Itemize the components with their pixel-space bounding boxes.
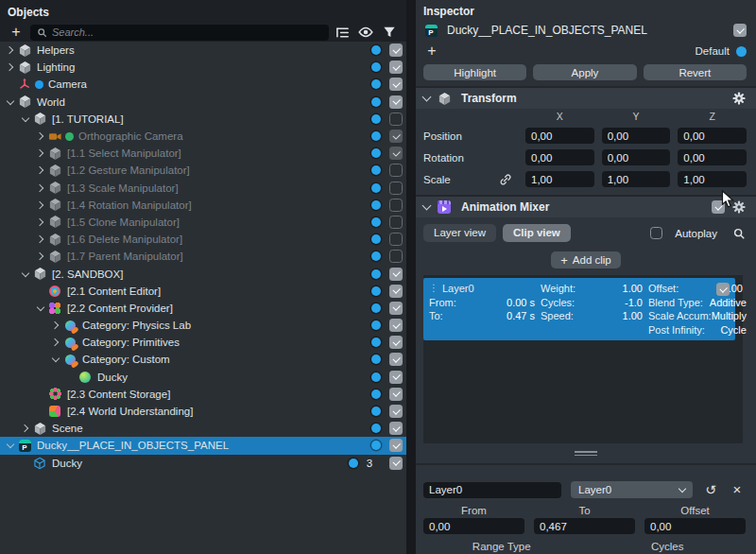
- chevron-down-icon[interactable]: [19, 268, 32, 281]
- transform-settings-gear-icon[interactable]: [731, 91, 747, 106]
- visibility-status-dot[interactable]: [371, 45, 381, 55]
- mixer-search-icon[interactable]: [731, 226, 747, 241]
- search-input[interactable]: [52, 26, 322, 38]
- visibility-status-dot[interactable]: [349, 459, 358, 468]
- visibility-status-dot[interactable]: [371, 338, 381, 347]
- close-icon[interactable]: ×: [729, 481, 746, 498]
- tree-row[interactable]: [1.5 Clone Manipulator]: [0, 214, 406, 231]
- chevron-down-icon[interactable]: [4, 95, 17, 109]
- tree-row[interactable]: [1.6 Delete Manipulator]: [0, 231, 406, 248]
- tree-row[interactable]: [1.7 Parent Manipulator]: [0, 248, 406, 265]
- tree-row[interactable]: Helpers: [0, 42, 406, 59]
- tree-item-checkbox[interactable]: [389, 78, 403, 91]
- hierarchy-icon[interactable]: [335, 25, 350, 40]
- tree-row[interactable]: [2.3 Content Storage]: [0, 386, 406, 403]
- tree-row[interactable]: [1.3 Scale Manipulator]: [0, 180, 406, 197]
- tree-item-checkbox[interactable]: [389, 422, 403, 435]
- tree-item-checkbox[interactable]: [389, 371, 403, 384]
- object-enabled-checkbox[interactable]: [733, 24, 747, 37]
- visibility-status-dot[interactable]: [371, 355, 381, 364]
- visibility-status-dot[interactable]: [371, 390, 381, 399]
- chevron-right-icon[interactable]: [34, 164, 47, 177]
- filter-icon[interactable]: [382, 25, 397, 40]
- chevron-right-icon[interactable]: [4, 61, 17, 74]
- autoplay-checkbox[interactable]: [650, 227, 662, 239]
- clip-card-layer0[interactable]: ⋮ Layer0 From:0.00 sTo:0.47 s Weight:1.0…: [423, 278, 735, 340]
- chevron-right-icon[interactable]: [4, 43, 17, 57]
- tree-row[interactable]: [1.2 Gesture Manipulator]: [0, 162, 406, 179]
- tree-row[interactable]: Category: Physics Lab: [0, 317, 406, 334]
- tree-item-checkbox[interactable]: [389, 319, 403, 332]
- visibility-status-dot[interactable]: [371, 286, 381, 296]
- tree-item-checkbox[interactable]: [389, 250, 403, 263]
- visibility-status-dot[interactable]: [371, 97, 381, 107]
- visibility-status-dot[interactable]: [371, 148, 381, 158]
- transform-position-y-input[interactable]: [602, 128, 671, 144]
- visibility-status-dot[interactable]: [371, 372, 381, 382]
- tree-item-checkbox[interactable]: [389, 268, 403, 281]
- splitter-drag-handle[interactable]: [575, 449, 597, 458]
- tree-item-checkbox[interactable]: [389, 216, 403, 229]
- tree-row[interactable]: Ducky: [0, 369, 406, 386]
- visibility-status-dot[interactable]: [371, 269, 381, 279]
- tree-row[interactable]: Orthographic Camera: [0, 128, 406, 145]
- tree-row[interactable]: [1.1 Select Manipulator]: [0, 145, 406, 162]
- tree-row[interactable]: Ducky3: [0, 455, 406, 472]
- tree-item-checkbox[interactable]: [389, 388, 403, 401]
- visibility-status-dot[interactable]: [371, 320, 381, 330]
- tree-item-checkbox[interactable]: [389, 302, 403, 315]
- transform-scale-x-input[interactable]: [525, 171, 594, 187]
- animation-mixer-header[interactable]: Animation Mixer: [416, 197, 756, 217]
- tree-row[interactable]: [1.4 Rotation Manipulator]: [0, 197, 406, 214]
- search-box[interactable]: [30, 25, 329, 41]
- chevron-down-icon[interactable]: [19, 113, 32, 126]
- tree-item-checkbox[interactable]: [389, 285, 403, 298]
- tree-item-checkbox[interactable]: [389, 233, 403, 246]
- chevron-right-icon[interactable]: [34, 199, 47, 212]
- chevron-down-icon[interactable]: [49, 353, 62, 366]
- tree-row[interactable]: [2.1 Content Editor]: [0, 283, 406, 300]
- tree-row[interactable]: [2.4 World Understanding]: [0, 403, 406, 420]
- tree-item-checkbox[interactable]: [389, 164, 403, 177]
- eye-icon[interactable]: [358, 25, 373, 40]
- visibility-status-dot[interactable]: [371, 62, 381, 72]
- tree-item-checkbox[interactable]: [389, 113, 403, 126]
- tree-item-checkbox[interactable]: [389, 182, 403, 195]
- transform-scale-y-input[interactable]: [602, 171, 671, 187]
- tree-item-checkbox[interactable]: [389, 439, 403, 452]
- apply-button[interactable]: Apply: [533, 64, 636, 80]
- tree-item-checkbox[interactable]: [389, 405, 403, 418]
- tree-item-checkbox[interactable]: [389, 336, 403, 349]
- chevron-right-icon[interactable]: [34, 216, 47, 229]
- tree-item-checkbox[interactable]: [389, 457, 403, 470]
- chevron-down-icon[interactable]: [4, 439, 17, 452]
- chevron-right-icon[interactable]: [34, 182, 47, 195]
- tree-row[interactable]: Scene: [0, 420, 406, 437]
- transform-rotation-x-input[interactable]: [525, 149, 594, 165]
- tree-item-checkbox[interactable]: [389, 61, 403, 74]
- tree-item-checkbox[interactable]: [389, 130, 403, 143]
- visibility-status-dot[interactable]: [371, 303, 381, 313]
- tree-row[interactable]: World: [0, 94, 406, 111]
- transform-rotation-z-input[interactable]: [678, 149, 747, 165]
- visibility-status-dot[interactable]: [371, 424, 381, 433]
- tree-row[interactable]: PDucky__PLACE_IN_OBJECTS_PANEL: [0, 437, 406, 454]
- transform-header[interactable]: Transform: [416, 88, 756, 109]
- visibility-status-dot[interactable]: [371, 114, 381, 124]
- tab-layer-view[interactable]: Layer view: [423, 224, 496, 242]
- layer-name-input[interactable]: [423, 482, 561, 498]
- layer-select[interactable]: Layer0: [571, 481, 693, 498]
- chevron-right-icon[interactable]: [49, 336, 62, 349]
- tree-row[interactable]: Category: Primitives: [0, 334, 406, 351]
- add-object-button[interactable]: +: [8, 25, 25, 40]
- visibility-status-dot[interactable]: [371, 200, 381, 210]
- from-input[interactable]: [423, 518, 524, 534]
- highlight-button[interactable]: Highlight: [423, 64, 526, 80]
- visibility-status-dot[interactable]: [371, 165, 381, 175]
- clip-enabled-checkbox[interactable]: [716, 283, 730, 296]
- tree-item-checkbox[interactable]: [389, 147, 403, 160]
- history-reset-icon[interactable]: ↺: [702, 481, 719, 498]
- tree-item-checkbox[interactable]: [389, 353, 403, 366]
- visibility-status-dot[interactable]: [371, 217, 381, 227]
- to-input[interactable]: [534, 518, 635, 534]
